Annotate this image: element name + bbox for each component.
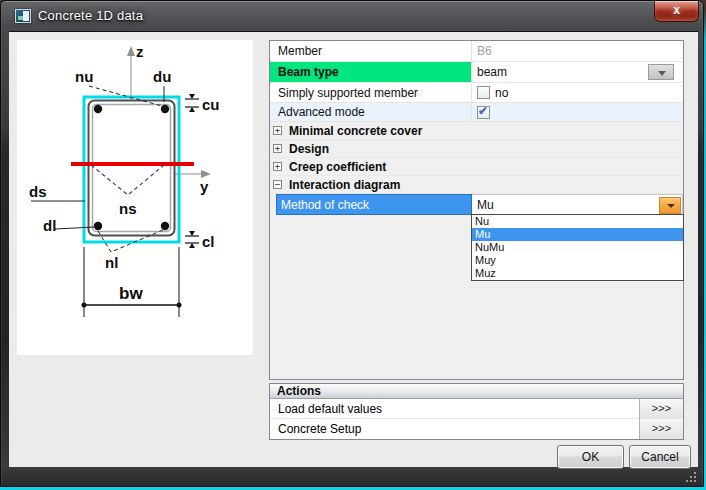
resize-grip[interactable]	[685, 471, 698, 484]
method-of-check-dropdown-button[interactable]	[659, 197, 681, 214]
rebar-dot	[161, 222, 169, 230]
actions-header: Actions	[270, 384, 683, 399]
label-bw: bw	[119, 284, 143, 303]
member-value: B6	[477, 44, 492, 58]
row-advanced-mode[interactable]: Advanced mode ✔	[270, 103, 683, 122]
label-y-axis: y	[200, 178, 209, 195]
ok-button[interactable]: OK	[557, 445, 624, 469]
dropdown-option-muz[interactable]: Muz	[472, 267, 683, 280]
section-drawing: z y nu du cu ds ns dl cl nl bw	[17, 40, 253, 355]
label-ns: ns	[119, 200, 137, 217]
dialog-client-area: z y nu du cu ds ns dl cl nl bw Member B	[9, 31, 698, 467]
cancel-button[interactable]: Cancel	[629, 445, 691, 469]
expand-plus-icon[interactable]: +	[273, 144, 282, 153]
titlebar[interactable]: Concrete 1D data x	[1, 1, 705, 31]
rebar-dot	[94, 105, 102, 113]
member-label: Member	[270, 41, 472, 61]
advanced-mode-label: Advanced mode	[270, 103, 472, 121]
concrete-setup-button[interactable]: >>>	[639, 419, 683, 439]
expand-plus-icon[interactable]: +	[273, 126, 282, 135]
advanced-mode-checkbox[interactable]: ✔	[477, 106, 490, 119]
collapse-minus-icon[interactable]: −	[273, 180, 282, 189]
method-of-check-dropdown-list: Nu Mu NuMu Muy Muz	[471, 214, 684, 281]
method-of-check-label[interactable]: Method of check	[276, 194, 472, 215]
category-minimal-concrete-cover[interactable]: + Minimal concrete cover	[270, 122, 683, 140]
simply-supported-value: no	[495, 86, 508, 100]
app-icon	[15, 9, 31, 23]
label-cu: cu	[202, 96, 220, 113]
property-grid: Member B6 Beam type beam Simply supporte…	[269, 40, 684, 380]
actions-section: Actions Load default values >>> Concrete…	[269, 383, 684, 440]
rebar-dot	[94, 222, 102, 230]
expand-plus-icon[interactable]: +	[273, 162, 282, 171]
beam-type-dropdown-button[interactable]	[648, 64, 674, 80]
dropdown-option-muy[interactable]: Muy	[472, 254, 683, 267]
close-button[interactable]: x	[654, 1, 699, 22]
label-du: du	[153, 68, 171, 85]
beam-type-label: Beam type	[270, 62, 472, 82]
action-load-default-values: Load default values >>>	[270, 399, 683, 419]
category-design[interactable]: + Design	[270, 140, 683, 158]
dropdown-option-nu[interactable]: Nu	[472, 215, 683, 228]
beam-type-value: beam	[477, 65, 507, 79]
row-simply-supported[interactable]: Simply supported member no	[270, 83, 683, 103]
dropdown-option-mu[interactable]: Mu	[472, 228, 683, 241]
simply-supported-label: Simply supported member	[270, 83, 472, 102]
row-beam-type[interactable]: Beam type beam	[270, 62, 683, 83]
cross-section-diagram: z y nu du cu ds ns dl cl nl bw	[17, 40, 253, 355]
label-ds: ds	[29, 183, 47, 200]
category-interaction-diagram[interactable]: − Interaction diagram	[270, 176, 683, 194]
label-cl: cl	[202, 233, 215, 250]
dropdown-option-numu[interactable]: NuMu	[472, 241, 683, 254]
dialog-concrete-1d-data: Concrete 1D data x	[0, 0, 706, 490]
load-default-values-button[interactable]: >>>	[639, 399, 683, 419]
window-title: Concrete 1D data	[38, 8, 143, 23]
close-icon: x	[673, 3, 680, 17]
simply-supported-checkbox[interactable]	[477, 86, 490, 99]
category-creep-coefficient[interactable]: + Creep coefficient	[270, 158, 683, 176]
label-nl: nl	[105, 254, 118, 271]
label-z-axis: z	[136, 43, 144, 60]
rebar-dot	[161, 105, 169, 113]
action-concrete-setup: Concrete Setup >>>	[270, 419, 683, 439]
window-frame: Concrete 1D data x	[0, 0, 704, 487]
check-icon: ✔	[478, 104, 488, 118]
label-nu: nu	[75, 68, 93, 85]
row-method-of-check[interactable]: Method of check Mu	[270, 194, 683, 215]
label-dl: dl	[43, 217, 56, 234]
row-member[interactable]: Member B6	[270, 41, 683, 62]
method-of-check-value: Mu	[477, 198, 494, 212]
